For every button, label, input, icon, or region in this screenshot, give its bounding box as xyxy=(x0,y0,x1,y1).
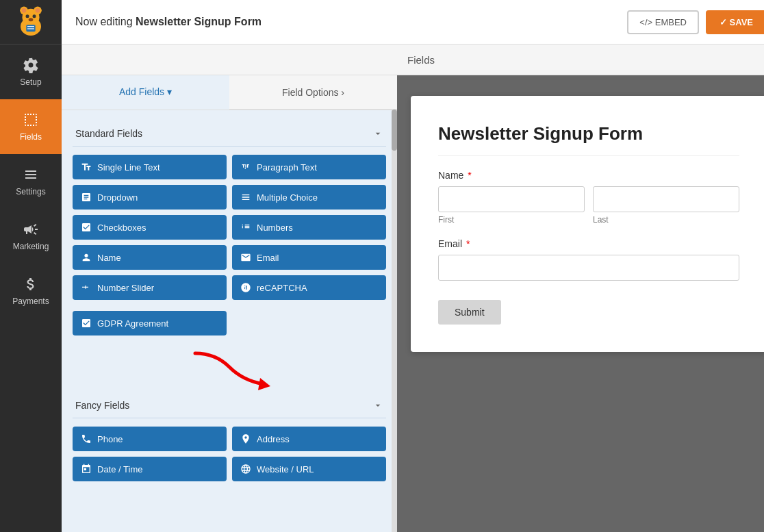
arrow-annotation xyxy=(73,346,386,388)
standard-fields-section-header[interactable]: Standard Fields xyxy=(73,121,386,147)
field-btn-recaptcha[interactable]: G reCAPTCHA xyxy=(232,275,386,300)
field-btn-address[interactable]: Address xyxy=(232,427,386,451)
sidebar-item-fields[interactable]: Fields xyxy=(0,99,62,154)
sidebar-item-marketing[interactable]: Marketing xyxy=(0,209,62,264)
sidebar-item-payments-label: Payments xyxy=(12,296,49,306)
tabs: Add Fields ▾ Field Options › xyxy=(62,75,397,110)
form-preview: Newsletter Signup Form Name * First xyxy=(411,96,764,352)
topbar-actions: </> EMBED ✓ SAVE xyxy=(627,10,764,34)
form-preview-title: Newsletter Signup Form xyxy=(438,123,739,156)
numbers-icon xyxy=(240,222,251,233)
arrow-svg xyxy=(175,346,284,394)
name-icon xyxy=(81,252,92,263)
fields-header-label: Fields xyxy=(407,54,435,66)
svg-marker-13 xyxy=(258,378,270,390)
payments-icon xyxy=(23,276,39,292)
field-btn-multiple-choice-label: Multiple Choice xyxy=(257,192,318,203)
field-btn-name-label: Name xyxy=(97,253,121,263)
sidebar-item-settings[interactable]: Settings xyxy=(0,154,62,209)
tab-field-options[interactable]: Field Options › xyxy=(229,75,397,110)
fields-header: Fields xyxy=(62,45,764,75)
app-logo xyxy=(0,0,62,45)
field-btn-single-line-text[interactable]: Single Line Text xyxy=(73,155,227,179)
settings-icon xyxy=(23,166,39,183)
field-btn-paragraph-text-label: Paragraph Text xyxy=(257,162,317,173)
field-btn-numbers[interactable]: Numbers xyxy=(232,215,386,240)
sidebar-item-settings-label: Settings xyxy=(16,187,45,197)
chevron-down-icon xyxy=(372,128,383,139)
field-btn-checkboxes[interactable]: Checkboxes xyxy=(73,215,227,240)
field-btn-date-time[interactable]: Date / Time xyxy=(73,457,227,481)
name-last-input[interactable] xyxy=(593,186,739,212)
required-star-email: * xyxy=(466,238,470,249)
sidebar-item-setup-label: Setup xyxy=(20,77,41,87)
form-field-email: Email * xyxy=(438,238,739,281)
svg-point-6 xyxy=(26,14,29,18)
svg-point-7 xyxy=(33,14,36,18)
field-btn-website-url[interactable]: Website / URL xyxy=(232,457,386,481)
fields-panel: Standard Fields Single Line Text Paragra… xyxy=(62,110,397,532)
left-panel: Add Fields ▾ Field Options › Standard Fi… xyxy=(62,75,397,532)
content-area: Add Fields ▾ Field Options › Standard Fi… xyxy=(62,75,764,532)
field-btn-paragraph-text[interactable]: Paragraph Text xyxy=(232,155,386,179)
gear-icon xyxy=(23,57,39,73)
number-slider-icon xyxy=(81,282,92,293)
multiple-choice-icon xyxy=(240,192,251,203)
field-btn-numbers-label: Numbers xyxy=(257,223,293,233)
standard-field-buttons: Single Line Text Paragraph Text Dropdown… xyxy=(73,155,386,300)
embed-button[interactable]: </> EMBED xyxy=(627,10,699,34)
topbar-title: Now editing Newsletter Signup Form xyxy=(75,16,262,28)
field-btn-date-time-label: Date / Time xyxy=(97,464,142,474)
field-btn-recaptcha-label: reCAPTCHA xyxy=(257,283,307,293)
tab-field-options-label: Field Options › xyxy=(282,87,344,98)
form-submit-button[interactable]: Submit xyxy=(438,300,501,325)
field-btn-dropdown[interactable]: Dropdown xyxy=(73,185,227,210)
form-label-email-text: Email xyxy=(438,238,462,249)
sidebar: Setup Fields Settings Marketing Payments xyxy=(0,0,62,532)
field-btn-number-slider-label: Number Slider xyxy=(97,283,154,293)
recaptcha-icon: G xyxy=(240,282,251,293)
svg-point-4 xyxy=(22,8,27,13)
form-name: Newsletter Signup Form xyxy=(136,16,262,27)
sidebar-item-setup[interactable]: Setup xyxy=(0,45,62,99)
sidebar-item-marketing-label: Marketing xyxy=(13,242,49,251)
gdpr-icon xyxy=(81,318,92,329)
name-first-input[interactable] xyxy=(438,186,585,212)
form-field-name: Name * First Last xyxy=(438,170,739,225)
save-button[interactable]: ✓ SAVE xyxy=(706,10,764,34)
standard-fields-label: Standard Fields xyxy=(75,128,142,139)
field-btn-phone-label: Phone xyxy=(97,434,123,444)
tab-add-fields[interactable]: Add Fields ▾ xyxy=(62,75,229,110)
svg-text:G: G xyxy=(242,285,246,291)
field-btn-gdpr-agreement[interactable]: GDPR Agreement xyxy=(73,311,227,335)
field-btn-address-label: Address xyxy=(257,434,290,444)
editing-prefix: Now editing xyxy=(75,16,133,27)
field-btn-gdpr-label: GDPR Agreement xyxy=(97,318,168,329)
scrollbar-track[interactable] xyxy=(392,110,397,532)
field-btn-email[interactable]: Email xyxy=(232,245,386,270)
scrollbar-thumb[interactable] xyxy=(392,110,397,151)
svg-point-5 xyxy=(36,8,40,13)
email-input[interactable] xyxy=(438,255,739,281)
fancy-fields-section-header[interactable]: Fancy Fields xyxy=(73,393,386,418)
address-icon xyxy=(240,433,251,444)
marketing-icon xyxy=(23,221,39,238)
checkboxes-icon xyxy=(81,222,92,233)
field-btn-email-label: Email xyxy=(257,253,279,263)
svg-point-8 xyxy=(29,18,34,21)
paragraph-text-icon xyxy=(240,162,251,173)
field-btn-number-slider[interactable]: Number Slider xyxy=(73,275,227,300)
field-btn-name[interactable]: Name xyxy=(73,245,227,270)
fancy-field-buttons: Phone Address Date / Time Website / URL xyxy=(73,427,386,481)
fields-icon xyxy=(23,112,39,128)
form-label-email: Email * xyxy=(438,238,739,249)
name-input-first-wrap: First xyxy=(438,186,585,225)
field-btn-dropdown-label: Dropdown xyxy=(97,192,138,203)
field-btn-phone[interactable]: Phone xyxy=(73,427,227,451)
field-btn-multiple-choice[interactable]: Multiple Choice xyxy=(232,185,386,210)
svg-rect-9 xyxy=(26,25,35,31)
name-first-sublabel: First xyxy=(438,215,585,225)
main-content: Now editing Newsletter Signup Form </> E… xyxy=(62,0,764,532)
sidebar-item-payments[interactable]: Payments xyxy=(0,264,62,318)
phone-icon xyxy=(81,433,92,444)
